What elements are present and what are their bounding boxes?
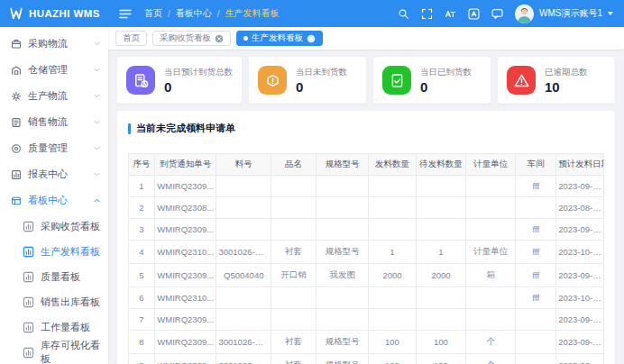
stat-card-meta: 已逾期总数10 xyxy=(545,67,588,94)
user-menu[interactable]: WMS演示账号1 xyxy=(515,5,613,23)
tab-production-issue-board[interactable]: 生产发料看板 xyxy=(236,31,323,46)
stat-card-meta: 当日未到货数0 xyxy=(296,67,347,94)
tab-label: 生产发料看板 xyxy=(252,32,303,44)
table-cell: 个 xyxy=(466,331,516,354)
table-cell: 3001026-Q3... xyxy=(216,331,271,354)
tab-close-icon[interactable] xyxy=(307,34,316,43)
sidebar-item-label: 仓储管理 xyxy=(28,63,68,77)
sidebar-menu: 采购物流仓储管理生产物流销售物流质量管理报表中心看板中心采购收货看板生产发料看板… xyxy=(0,31,108,364)
table-cell: 2000 xyxy=(369,264,417,287)
sidebar-item-purchase-logistics[interactable]: 采购物流 xyxy=(0,31,108,57)
tab-home[interactable]: 首页 xyxy=(115,31,147,46)
table-cell: 规格型号 xyxy=(317,241,369,264)
table-cell xyxy=(369,219,417,241)
sidebar-item-quality-management[interactable]: 质量管理 xyxy=(0,135,108,161)
sidebar-item-report-center[interactable]: 报表中心 xyxy=(0,161,108,187)
sidebar-subitem-production-issue-board[interactable]: 生产发料看板 xyxy=(0,239,108,264)
message-icon[interactable] xyxy=(491,8,503,20)
stat-card-value: 0 xyxy=(164,80,233,94)
table-cell xyxy=(466,197,516,219)
table-cell xyxy=(369,309,417,331)
sidebar-item-warehouse-management[interactable]: 仓储管理 xyxy=(0,57,108,83)
title-accent-bar xyxy=(128,123,131,134)
table-cell xyxy=(369,287,417,309)
column-header: 计量单位 xyxy=(466,154,516,176)
sidebar-subitem-label: 生产发料看板 xyxy=(41,245,100,259)
tab-close-icon[interactable] xyxy=(215,34,224,43)
table-cell: 2023-09-20 xyxy=(556,219,604,241)
sidebar-item-sales-logistics[interactable]: 销售物流 xyxy=(0,109,108,135)
table-cell xyxy=(466,219,516,241)
mini-chart-icon xyxy=(23,296,34,308)
table-cell: 3001026-Q3... xyxy=(216,354,271,364)
sidebar-subitem-quality-board[interactable]: 质量看板 xyxy=(0,264,108,289)
mini-chart-icon xyxy=(23,347,34,359)
table-cell xyxy=(271,309,317,331)
table-cell xyxy=(516,331,556,354)
breadcrumb-separator: / xyxy=(217,9,220,19)
table-cell: 1 xyxy=(416,241,465,264)
table-cell xyxy=(216,309,271,331)
breadcrumb-item-kanban-center[interactable]: 看板中心 xyxy=(176,7,212,20)
breadcrumb-item-home[interactable]: 首页 xyxy=(144,7,162,20)
section-title-text: 当前未完成领料申请单 xyxy=(136,122,235,135)
translate-icon[interactable] xyxy=(468,8,480,20)
table-cell: 规格型号 xyxy=(317,354,369,364)
tab-label: 首页 xyxy=(123,32,140,44)
table-cell xyxy=(317,287,369,309)
stat-card-value: 0 xyxy=(420,80,472,94)
not-arrived-icon xyxy=(258,66,287,95)
table-cell xyxy=(317,197,369,219)
chevron-down-icon xyxy=(93,66,101,74)
table-cell: 100 xyxy=(416,354,465,364)
table-cell: 2023-10-12 xyxy=(556,287,604,309)
table-cell xyxy=(466,176,516,197)
pending-material-panel: 当前未完成领料申请单 序号到货通知单号料号品名规格型号发料数量待发料数量计量单位… xyxy=(117,111,615,364)
table-cell: 3 xyxy=(129,219,155,241)
chevron-down-icon xyxy=(93,196,101,205)
sidebar-subitem-purchase-receive-board[interactable]: 采购收货看板 xyxy=(0,214,108,239)
table-cell: fff xyxy=(516,264,556,287)
table-row: 7WMIRQ2309...2023-09-05 xyxy=(129,309,604,331)
sidebar-subitem-workload-board[interactable]: 工作量看板 xyxy=(0,314,108,340)
table-cell: 2023-08-25 xyxy=(556,197,604,219)
table-cell xyxy=(369,197,417,219)
table-cell xyxy=(516,309,556,331)
fullscreen-icon[interactable] xyxy=(421,8,433,20)
column-header: 待发料数量 xyxy=(416,154,465,176)
sidebar-collapse-icon[interactable] xyxy=(119,8,132,20)
table-cell: 规格型号 xyxy=(317,331,369,354)
chevron-down-icon xyxy=(93,118,101,126)
table-cell xyxy=(416,219,465,241)
table-cell xyxy=(466,309,516,331)
table-cell xyxy=(466,287,516,309)
search-icon[interactable] xyxy=(398,8,409,20)
mini-chart-icon xyxy=(23,221,34,232)
table-cell: 2023-10-12 xyxy=(556,241,604,264)
table-cell: 2023-09-05 xyxy=(556,176,604,197)
topbar-actions: WMS演示账号1 xyxy=(398,5,624,23)
tab-purchase-receive-board[interactable]: 采购收货看板 xyxy=(152,31,231,46)
table-cell xyxy=(416,309,465,331)
table-cell: WMIRQ2309... xyxy=(154,354,216,364)
table-cell: 2023-09-05 xyxy=(556,309,604,331)
sidebar-subitem-inventory-visual-board[interactable]: 库存可视化看板 xyxy=(0,340,108,364)
sidebar-subitem-sales-outbound-board[interactable]: 销售出库看板 xyxy=(0,289,108,314)
column-header: 品名 xyxy=(271,154,317,176)
stat-card-value: 0 xyxy=(296,80,347,94)
table-cell: 6 xyxy=(129,287,155,309)
sidebar-subitem-label: 采购收货看板 xyxy=(41,220,100,233)
sidebar-item-label: 采购物流 xyxy=(28,37,68,50)
table-cell: 8 xyxy=(129,331,155,354)
column-header: 序号 xyxy=(129,154,155,176)
arrived-icon xyxy=(382,66,411,95)
table-cell: WMIRQ2309... xyxy=(154,176,216,197)
logo-icon xyxy=(9,7,23,20)
tab-bar: 首页采购收货看板生产发料看板 xyxy=(108,27,624,50)
sidebar-item-production-logistics[interactable]: 生产物流 xyxy=(0,83,108,109)
font-size-icon[interactable] xyxy=(445,8,456,20)
sidebar-item-kanban-center[interactable]: 看板中心 xyxy=(0,187,108,214)
quality-icon xyxy=(11,143,22,154)
app-window: HUAZHI WMS 首页/看板中心/生产发料看板 WMS演示账号1 采购物流仓… xyxy=(0,0,624,364)
table-cell: WMIRQ2309... xyxy=(154,331,216,354)
